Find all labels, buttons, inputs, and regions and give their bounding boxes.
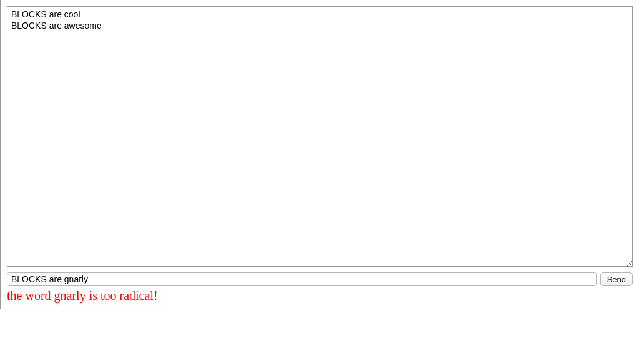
chat-log-textarea[interactable] — [7, 6, 633, 267]
input-row: Send — [7, 272, 633, 286]
error-message: the word gnarly is too radical! — [7, 289, 633, 303]
message-input[interactable] — [7, 272, 597, 286]
send-button[interactable]: Send — [600, 272, 633, 286]
